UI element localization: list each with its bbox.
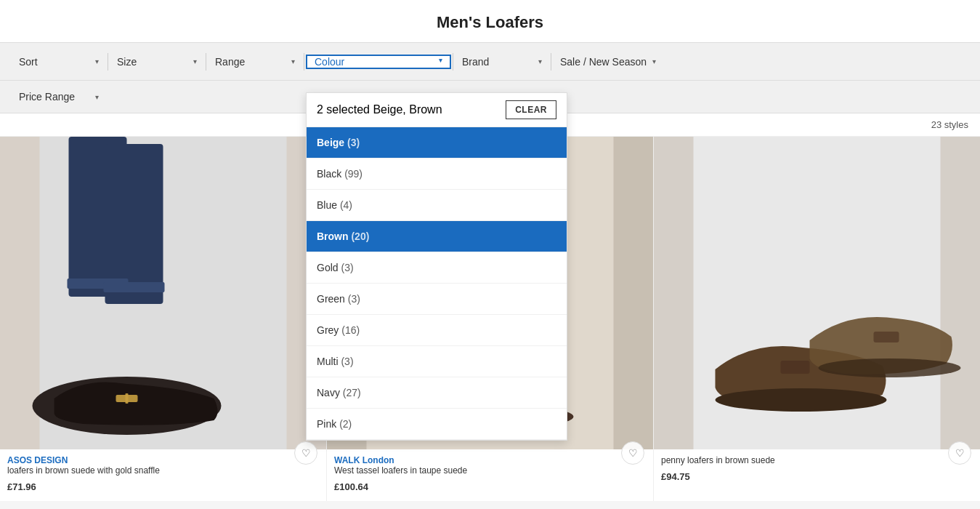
size-filter-label: Size (117, 56, 137, 68)
colour-item[interactable]: Blue (4) (307, 190, 567, 221)
svg-rect-26 (874, 332, 899, 342)
wishlist-button[interactable]: ♡ (294, 441, 317, 465)
colour-item[interactable]: Grey (16) (307, 315, 567, 346)
colour-name: Multi (317, 356, 339, 367)
price-range-chevron-icon: ▾ (95, 93, 99, 101)
sale-filter-button[interactable]: Sale / New Season ▾ (553, 43, 663, 80)
product-info: ASOS DESIGN loafers in brown suede with … (0, 449, 326, 478)
colour-count: (4) (340, 199, 352, 211)
colour-list: Beige (3)Black (99)Blue (4)Brown (20)Gol… (307, 127, 567, 440)
selected-info: 2 selected Beige, Brown (317, 103, 442, 116)
product-brand: ASOS DESIGN (7, 455, 319, 465)
colour-dropdown-container: Colour ▴ 2 selected Beige, Brown CLEAR B… (306, 55, 451, 69)
selected-count: 2 selected (317, 103, 370, 116)
page-title: Men's Loafers (0, 0, 980, 42)
product-card: ♡ ASOS DESIGN loafers in brown suede wit… (0, 137, 327, 501)
sort-chevron-icon: ▾ (95, 57, 99, 65)
wishlist-button[interactable]: ♡ (621, 441, 644, 465)
svg-point-23 (716, 388, 887, 412)
product-info: WALK London West tassel loafers in taupe… (327, 449, 653, 478)
filter-divider-3 (304, 53, 304, 71)
product-description: loafers in brown suede with gold snaffle (7, 465, 319, 476)
product-description: West tassel loafers in taupe suede (334, 465, 646, 476)
colour-count: (3) (341, 262, 353, 273)
product-brand: WALK London (334, 455, 646, 465)
colour-name: Brown (317, 231, 349, 242)
product-price: £100.64 (327, 478, 653, 492)
product-card: ♡ penny loafers in brown suede £94.75 (654, 137, 980, 501)
product-image (654, 137, 980, 449)
colour-name: Pink (317, 418, 336, 430)
colour-item[interactable]: Navy (27) (307, 377, 567, 409)
product-price: £94.75 (654, 468, 980, 482)
colour-item[interactable]: Multi (3) (307, 346, 567, 377)
range-chevron-icon: ▾ (291, 57, 295, 65)
selected-names: Beige, Brown (373, 103, 442, 116)
svg-rect-4 (104, 282, 165, 292)
size-filter-button[interactable]: Size ▾ (110, 43, 204, 80)
filter-divider-4 (453, 53, 453, 71)
colour-count: (99) (344, 168, 363, 180)
colour-count: (3) (341, 356, 353, 367)
colour-count: (2) (339, 418, 352, 430)
colour-name: Green (317, 293, 345, 305)
filter-divider-2 (206, 53, 206, 71)
colour-item[interactable]: Gold (3) (307, 252, 567, 284)
colour-name: Gold (317, 262, 339, 273)
colour-count: (3) (347, 137, 360, 148)
colour-item[interactable]: Black (99) (307, 159, 567, 190)
svg-point-25 (819, 358, 961, 377)
colour-dropdown-panel: 2 selected Beige, Brown CLEAR Beige (3)B… (306, 92, 567, 441)
price-range-label: Price Range (19, 91, 75, 103)
colour-item[interactable]: Beige (3) (307, 127, 567, 159)
colour-count: (20) (351, 231, 369, 242)
svg-rect-7 (126, 393, 129, 404)
product-description: penny loafers in brown suede (661, 455, 973, 465)
clear-button[interactable]: CLEAR (506, 100, 556, 119)
price-range-filter-button[interactable]: Price Range ▾ (12, 81, 106, 113)
filter-bar: Sort ▾ Size ▾ Range ▾ Colour ▴ (0, 42, 980, 113)
colour-filter-button[interactable]: Colour ▴ (306, 55, 451, 69)
range-filter-button[interactable]: Range ▾ (208, 43, 302, 80)
sale-filter-label: Sale / New Season (560, 56, 647, 68)
colour-count: (27) (343, 387, 361, 398)
colour-name: Grey (317, 324, 339, 336)
colour-name: Blue (317, 199, 337, 211)
colour-name: Beige (317, 137, 344, 148)
sort-filter-label: Sort (19, 56, 38, 68)
colour-name: Navy (317, 387, 340, 398)
product-info: penny loafers in brown suede (654, 449, 980, 468)
size-chevron-icon: ▾ (193, 57, 197, 65)
colour-item[interactable]: Pink (2) (307, 409, 567, 440)
brand-filter-button[interactable]: Brand ▾ (455, 43, 549, 80)
sort-filter-button[interactable]: Sort ▾ (12, 43, 106, 80)
colour-chevron-icon: ▴ (439, 57, 442, 65)
filter-divider-5 (551, 53, 551, 71)
colour-name: Black (317, 168, 341, 180)
filter-divider-1 (108, 53, 108, 71)
colour-count: (3) (348, 293, 360, 305)
product-price: £71.96 (0, 478, 326, 492)
colour-item[interactable]: Green (3) (307, 284, 567, 315)
product-image (0, 137, 326, 449)
svg-rect-24 (781, 361, 810, 374)
brand-chevron-icon: ▾ (538, 57, 542, 65)
brand-filter-label: Brand (462, 56, 489, 68)
colour-filter-label: Colour (315, 56, 344, 68)
colour-item[interactable]: Brown (20) (307, 221, 567, 252)
filter-row-1: Sort ▾ Size ▾ Range ▾ Colour ▴ (0, 43, 980, 81)
colour-count: (16) (341, 324, 360, 336)
sale-chevron-icon: ▾ (652, 57, 656, 65)
wishlist-button[interactable]: ♡ (948, 441, 971, 465)
dropdown-header: 2 selected Beige, Brown CLEAR (307, 93, 567, 127)
range-filter-label: Range (215, 56, 245, 68)
